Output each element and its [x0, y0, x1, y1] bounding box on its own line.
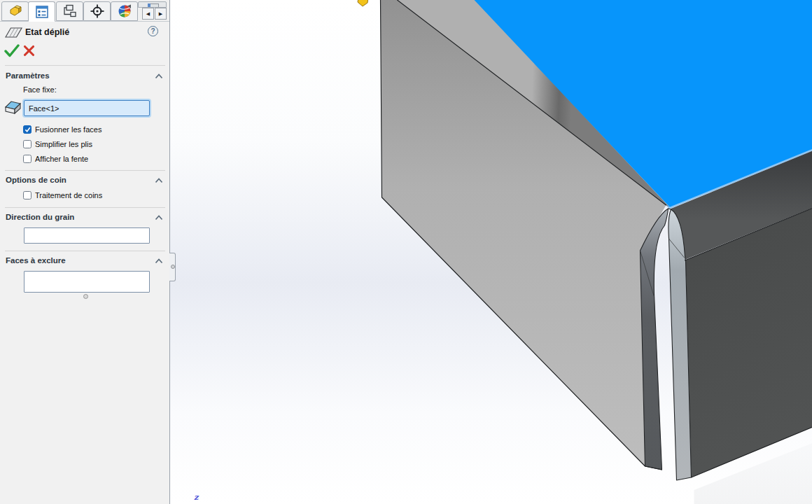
tab-scroll-right-button[interactable]: ▶: [155, 8, 167, 20]
color-sphere-icon: [116, 3, 133, 20]
tab-scroll-left-button[interactable]: ◀: [142, 8, 154, 20]
section-header-direction-grain[interactable]: Direction du grain: [6, 213, 74, 221]
tab-displaymanager[interactable]: [111, 1, 138, 21]
collapse-chevron-icon[interactable]: [155, 215, 163, 220]
left-arrow-icon: ◀: [146, 11, 150, 16]
fixed-face-icon: [4, 98, 22, 117]
collapse-chevron-icon[interactable]: [155, 258, 163, 264]
tab-configurationmanager[interactable]: [56, 1, 83, 21]
part-blocks-icon: [7, 3, 24, 20]
model-slit-left-edge-face[interactable]: [640, 209, 668, 470]
divider: [5, 207, 165, 208]
triad-z-axis-label: z: [194, 493, 204, 504]
tab-featuremanager[interactable]: [1, 1, 29, 21]
checkbox-label: Afficher la fente: [35, 155, 88, 163]
help-icon[interactable]: ?: [148, 26, 158, 36]
tab-overflow-sliver[interactable]: [138, 1, 167, 8]
tab-dimxpertmanager[interactable]: [83, 1, 111, 21]
checkbox-label: Simplifier les plis: [35, 140, 92, 148]
splitter-grip-icon: [171, 265, 175, 269]
grain-direction-input[interactable]: [24, 227, 150, 244]
checkbox-label: Traitement de coins: [35, 191, 102, 200]
tab-propertymanager[interactable]: [28, 1, 55, 22]
solidworks-window: z: [0, 0, 812, 504]
faces-exclude-input[interactable]: [24, 271, 150, 293]
fixed-face-input[interactable]: Face<1>: [24, 100, 150, 116]
cancel-button[interactable]: [23, 45, 35, 57]
panel-resize-handle[interactable]: [83, 294, 88, 299]
collapse-chevron-icon[interactable]: [155, 74, 163, 79]
manager-tabbar: ◀ ▶: [0, 0, 169, 22]
flat-pattern-icon: [4, 26, 23, 39]
checkbox-row-simplifier[interactable]: Simplifier les plis: [23, 139, 92, 149]
section-header-options-coin[interactable]: Options de coin: [6, 176, 66, 184]
section-header-faces-exclure[interactable]: Faces à exclure: [6, 256, 66, 265]
checkbox: [23, 140, 31, 148]
right-arrow-icon: ▶: [159, 11, 162, 16]
checkbox: [23, 191, 31, 200]
target-crosshair-icon: [89, 3, 106, 20]
section-header-parametres[interactable]: Paramètres: [6, 71, 50, 80]
property-manager-panel: ◀ ▶ Etat déplié ?: [0, 0, 170, 504]
divider: [5, 65, 165, 66]
property-manager-header: Etat déplié: [0, 22, 169, 40]
check-icon: [24, 127, 31, 132]
model-canvas: [170, 0, 812, 504]
checkbox: [23, 155, 31, 163]
fixed-face-label: Face fixe:: [23, 85, 57, 94]
divider: [5, 170, 165, 171]
hierarchy-icon: [62, 3, 78, 20]
divider: [5, 251, 165, 251]
checkbox-row-afficher-fente[interactable]: Afficher la fente: [23, 154, 88, 164]
panel-splitter-handle[interactable]: [169, 253, 176, 281]
checkbox-row-traitement-coins[interactable]: Traitement de coins: [23, 190, 102, 200]
checkbox: [23, 125, 31, 134]
checkbox-row-fusionner[interactable]: Fusionner les faces: [23, 125, 102, 134]
panel-title: Etat déplié: [25, 27, 69, 37]
collapse-chevron-icon[interactable]: [155, 178, 163, 183]
ok-button[interactable]: [4, 44, 20, 57]
confirmation-corner-icon[interactable]: [356, 0, 372, 7]
graphics-viewport[interactable]: [170, 0, 812, 504]
property-form-icon: [34, 4, 50, 20]
checkbox-label: Fusionner les faces: [35, 125, 102, 134]
fixed-face-value: Face<1>: [29, 104, 59, 113]
